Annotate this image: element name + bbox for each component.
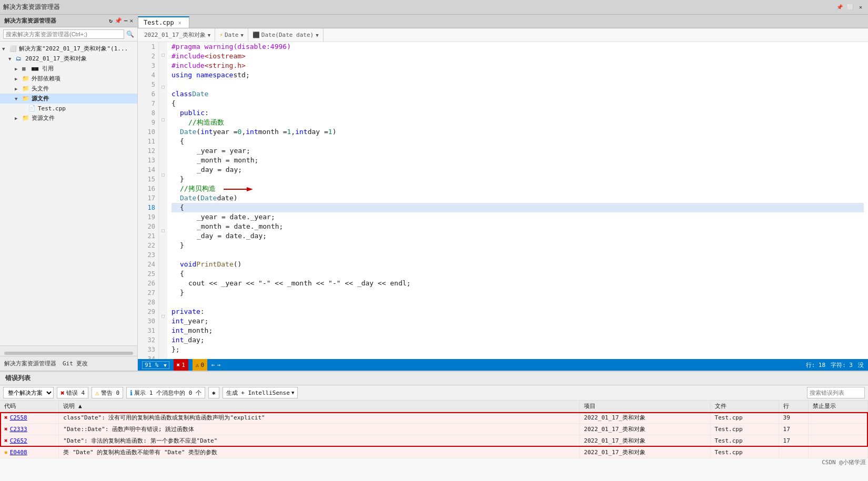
code-line-31[interactable]: int _month;	[171, 326, 864, 335]
code-line-19[interactable]: _year = date._year;	[171, 212, 864, 222]
warn-status[interactable]: ⚠ 0	[193, 359, 207, 371]
error-code-link[interactable]: C2652	[10, 437, 27, 444]
error-row-3[interactable]: ✱ E0408 类 "Date" 的复制构造函数不能带有 "Date" 类型的参…	[0, 447, 868, 458]
error-row-1[interactable]: ✖ C2333 "Date::Date": 函数声明中有错误; 跳过函数体 20…	[0, 424, 868, 435]
code-line-4[interactable]: using namespace std;	[171, 70, 864, 80]
error-code-link[interactable]: C2558	[10, 414, 27, 421]
nav-item-class[interactable]: ⚡ Date ▼	[215, 28, 248, 42]
code-line-2[interactable]: #include <iostream>	[171, 52, 864, 61]
code-line-14[interactable]: _day = day;	[171, 165, 864, 175]
code-line-23[interactable]	[171, 250, 864, 260]
gutter-cell-6[interactable]: □	[159, 82, 167, 91]
code-line-22[interactable]: }	[171, 241, 864, 250]
code-line-15[interactable]: }	[171, 175, 864, 184]
code-line-28[interactable]	[171, 298, 864, 307]
code-line-16[interactable]: //拷贝构造	[171, 184, 864, 193]
code-line-18[interactable]: {	[171, 203, 864, 212]
code-line-10[interactable]: Date(int year = 0, int month = 1, int da…	[171, 127, 864, 137]
error-project-cell: 2022_01_17_类和对象	[580, 424, 711, 435]
close-icon[interactable]: ✕	[856, 3, 865, 12]
sidebar-item-solution[interactable]: ▼ ⬜ 解决方案"2022_01_17_类和对象"(1...	[0, 44, 137, 54]
col-header-desc[interactable]: 说明 ▲	[59, 401, 580, 412]
gutter-cell-28	[159, 258, 167, 265]
code-content[interactable]: #pragma warning(disable:4996)#include <i…	[167, 42, 868, 359]
code-line-32[interactable]: int _day;	[171, 335, 864, 345]
nav-next-icon[interactable]: →	[217, 362, 221, 369]
code-line-3[interactable]: #include <string.h>	[171, 61, 864, 70]
code-line-6[interactable]: class Date	[171, 89, 864, 99]
solution-explorer-tab[interactable]: 解决方案资源管理器	[4, 360, 56, 367]
sidebar-item-resources[interactable]: ▶ 📁 资源文件	[0, 113, 137, 123]
nav-item-method[interactable]: ⬛ Date(Date date) ▼	[248, 28, 324, 42]
pin-icon[interactable]: 📌	[835, 3, 844, 12]
code-line-21[interactable]: _day = date._day;	[171, 231, 864, 241]
build-filter-btn[interactable]: ✱	[208, 387, 219, 398]
sidebar-item-references[interactable]: ▶ ■ ■■ 引用	[0, 64, 137, 74]
code-line-34[interactable]	[171, 354, 864, 359]
code-line-1[interactable]: #pragma warning(disable:4996)	[171, 42, 864, 52]
col-header-suppress[interactable]: 禁止显示	[808, 401, 867, 412]
code-editor[interactable]: 1234567891011121314151617181920212223242…	[138, 42, 868, 359]
col-header-project[interactable]: 项目	[580, 401, 711, 412]
line-number-23: 23	[138, 250, 158, 260]
line-number-22: 22	[138, 241, 158, 250]
nav-prev-icon[interactable]: ←	[211, 362, 215, 369]
error-row-0[interactable]: ✖ C2558 class"Date": 没有可用的复制构造函数或复制构造函数声…	[0, 412, 868, 424]
code-line-12[interactable]: _year = year;	[171, 146, 864, 156]
gutter-cell-24[interactable]: □	[159, 226, 167, 235]
sidebar-item-testcpp[interactable]: ▶ 📄 Test.cpp	[0, 104, 137, 113]
code-line-24[interactable]: void PrintDate()	[171, 260, 864, 269]
nav-item-file[interactable]: 2022_01_17_类和对象 ▼	[140, 28, 215, 42]
build-label-btn[interactable]: 生成 + IntelliSense ▼	[223, 387, 298, 398]
code-line-17[interactable]: Date(Date date)	[171, 193, 864, 203]
scope-dropdown[interactable]: 整个解决方案	[3, 387, 54, 398]
col-header-line[interactable]: 行	[779, 401, 808, 412]
sidebar-item-external-deps[interactable]: ▶ 📁 外部依赖项	[0, 74, 137, 84]
code-line-33[interactable]: };	[171, 345, 864, 354]
code-line-30[interactable]: int _year;	[171, 316, 864, 326]
error-row-2[interactable]: ✖ C2652 "Date": 非法的复制构造函数: 第一个参数不应是"Date…	[0, 435, 868, 447]
sidebar-sync-icon[interactable]: ↻	[109, 17, 113, 24]
col-header-code[interactable]: 代码	[0, 401, 59, 412]
code-line-26[interactable]: cout << _year << "-" << _month << "-" <<…	[171, 279, 864, 288]
tab-close-icon[interactable]: ×	[176, 19, 184, 26]
sidebar-close-icon[interactable]: ✕	[129, 17, 133, 24]
float-icon[interactable]: ⬜	[846, 3, 854, 12]
error-search-input[interactable]	[807, 387, 865, 398]
code-line-20[interactable]: _month = date._month;	[171, 222, 864, 231]
error-code-link[interactable]: E0408	[10, 449, 27, 456]
sidebar-pin-icon[interactable]: 📌	[115, 17, 122, 24]
gutter-cell-31	[159, 281, 167, 289]
code-line-7[interactable]: {	[171, 99, 864, 108]
gutter-cell-10[interactable]: □	[159, 115, 167, 124]
code-line-5[interactable]	[171, 80, 864, 89]
code-line-29[interactable]: private:	[171, 307, 864, 316]
sidebar-item-project[interactable]: ▼ 🗂 2022_01_17_类和对象	[0, 54, 137, 64]
search-icon[interactable]: 🔍	[126, 30, 134, 38]
expand-arrow-source: ▼	[15, 96, 22, 101]
code-line-13[interactable]: _month = month;	[171, 156, 864, 165]
sidebar-item-headers[interactable]: ▶ 📁 头文件	[0, 84, 137, 94]
info-filter-btn[interactable]: ℹ 展示 1 个消息中的 0 个	[126, 387, 205, 398]
sidebar-float-icon[interactable]: –	[124, 17, 128, 24]
search-input[interactable]	[3, 29, 124, 39]
error-status[interactable]: ✖ 1	[174, 359, 188, 371]
code-line-9[interactable]: //构造函数	[171, 118, 864, 127]
error-code-link[interactable]: C2333	[10, 426, 27, 433]
error-filter-btn[interactable]: ✖ 错误 4	[57, 387, 88, 398]
col-header-file[interactable]: 文件	[710, 401, 779, 412]
gutter-cell-17[interactable]: □	[159, 170, 167, 179]
gutter-cell-2[interactable]: □	[159, 50, 167, 59]
sidebar-item-source[interactable]: ▼ 📁 源文件	[0, 94, 137, 104]
gutter-cell-35[interactable]: □	[159, 311, 167, 321]
code-line-8[interactable]: public:	[171, 108, 864, 118]
expand-arrow-dep: ▶	[15, 76, 22, 81]
zoom-level[interactable]: 91 % ▼	[142, 361, 169, 369]
code-line-11[interactable]: {	[171, 137, 864, 146]
tab-testcpp[interactable]: Test.cpp ×	[138, 16, 189, 28]
sidebar-scrollbar[interactable]	[0, 345, 137, 356]
code-line-25[interactable]: {	[171, 269, 864, 279]
git-changes-tab[interactable]: Git 更改	[63, 360, 88, 367]
warn-filter-btn[interactable]: ⚠ 警告 0	[92, 387, 123, 398]
code-line-27[interactable]: }	[171, 288, 864, 298]
